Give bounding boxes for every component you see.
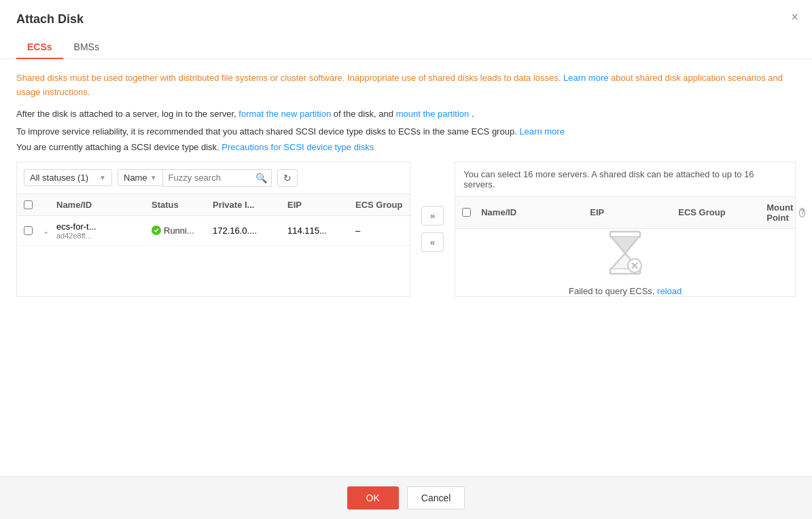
row-ecs-group: – <box>355 226 403 236</box>
row-eip: 114.115... <box>287 226 355 236</box>
row-status: Runni... <box>152 226 213 236</box>
refresh-button[interactable]: ↻ <box>277 169 298 187</box>
forward-transfer-button[interactable]: » <box>421 206 444 226</box>
left-table-header: Name/ID Status Private I... EIP ECS Grou… <box>17 194 410 216</box>
tabs: ECSs BMSs <box>16 36 796 58</box>
chevron-down-icon: ▼ <box>150 174 157 181</box>
hourglass-icon <box>605 229 646 276</box>
table-row: ⌄ ecs-for-t... ad42e8ff... <box>17 216 410 246</box>
empty-state-text: Failed to query ECSs, reload <box>569 286 682 296</box>
info-text-2: To improve service reliability, it is re… <box>16 124 796 139</box>
dialog-title: Attach Disk <box>16 12 796 26</box>
dialog-footer: OK Cancel <box>0 476 812 519</box>
info-text-1: After the disk is attached to a server, … <box>16 107 796 122</box>
panels: All statuses (1) ▼ Name ▼ 🔍 ↻ <box>16 162 796 297</box>
col-header-private-ip: Private I... <box>213 200 287 210</box>
right-panel-empty-state: Failed to query ECSs, reload <box>455 229 795 296</box>
dialog-header: Attach Disk × ECSs BMSs <box>0 0 812 59</box>
cancel-button[interactable]: Cancel <box>407 486 465 509</box>
transfer-buttons: » « <box>410 162 455 297</box>
status-running-icon <box>152 226 161 235</box>
expand-icon[interactable]: ⌄ <box>43 227 49 235</box>
ok-button[interactable]: OK <box>347 486 399 509</box>
format-partition-link[interactable]: format the new partition <box>239 109 331 119</box>
tab-ecss[interactable]: ECSs <box>16 36 63 59</box>
row-name: ecs-for-t... <box>56 221 152 232</box>
reload-link[interactable]: reload <box>657 286 682 296</box>
right-col-header-eip: EIP <box>590 207 678 217</box>
right-col-header-mount: Mount Point ? <box>766 202 805 223</box>
close-button[interactable]: × <box>791 11 798 23</box>
chevron-down-icon: ▼ <box>99 174 106 181</box>
scsi-text: You are currently attaching a SCSI devic… <box>16 142 796 152</box>
col-header-status: Status <box>152 200 213 210</box>
right-select-all-checkbox[interactable] <box>462 208 471 217</box>
backward-transfer-button[interactable]: « <box>421 232 444 252</box>
tab-bmss[interactable]: BMSs <box>63 36 110 59</box>
left-panel: All statuses (1) ▼ Name ▼ 🔍 ↻ <box>16 162 410 297</box>
row-name-id: ecs-for-t... ad42e8ff... <box>56 221 152 240</box>
learn-more-link-2[interactable]: Learn more <box>519 126 564 137</box>
name-dropdown[interactable]: Name ▼ <box>118 169 163 186</box>
col-header-eip: EIP <box>287 200 355 210</box>
right-panel: You can select 16 more servers. A shared… <box>455 162 796 297</box>
col-header-ecs-group: ECS Group <box>355 200 403 210</box>
col-header-name: Name/ID <box>56 200 152 210</box>
learn-more-link-1[interactable]: Learn more <box>563 73 608 83</box>
row-id: ad42e8ff... <box>56 232 152 240</box>
dialog-body: Shared disks must be used together with … <box>0 59 812 476</box>
right-col-header-name: Name/ID <box>481 207 590 217</box>
right-col-header-ecs-group: ECS Group <box>678 207 766 217</box>
status-dropdown[interactable]: All statuses (1) ▼ <box>24 169 112 186</box>
mount-point-help-icon[interactable]: ? <box>799 208 805 217</box>
right-table-header: Name/ID EIP ECS Group Mount Point ? <box>455 197 795 229</box>
search-icon[interactable]: 🔍 <box>251 170 271 186</box>
search-input[interactable] <box>163 170 251 185</box>
right-panel-info: You can select 16 more servers. A shared… <box>455 162 795 197</box>
mount-partition-link[interactable]: mount the partition <box>396 109 470 119</box>
search-input-wrap: 🔍 <box>163 169 272 187</box>
select-all-check[interactable] <box>24 200 43 209</box>
right-select-all-check[interactable] <box>462 208 481 217</box>
scsi-precautions-link[interactable]: Precautions for SCSI device type disks <box>222 142 374 152</box>
warning-text: Shared disks must be used together with … <box>16 71 796 100</box>
attach-disk-dialog: Attach Disk × ECSs BMSs Shared disks mus… <box>0 0 812 519</box>
select-all-checkbox[interactable] <box>24 200 33 209</box>
row-check[interactable] <box>24 226 43 235</box>
row-private-ip: 172.16.0.... <box>213 226 287 236</box>
filter-row: All statuses (1) ▼ Name ▼ 🔍 ↻ <box>17 162 410 194</box>
row-checkbox[interactable] <box>24 226 33 235</box>
